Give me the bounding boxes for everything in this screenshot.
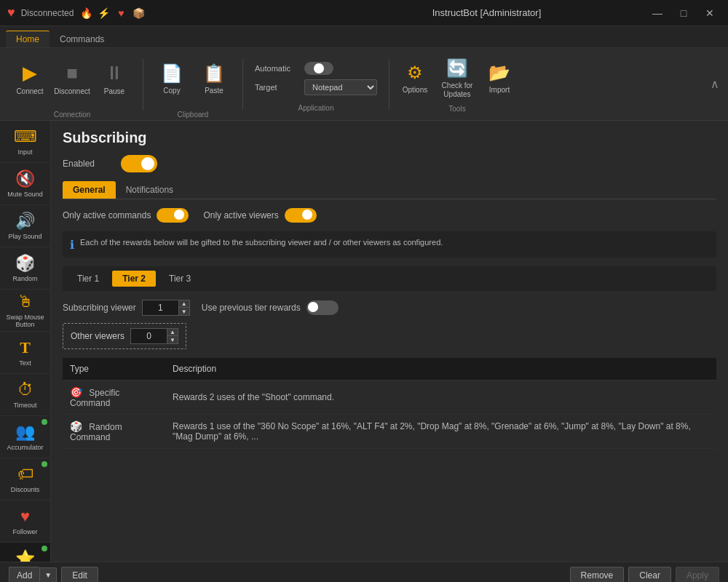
subscribing-viewer-field: Subscribing viewer ▲ ▼ (63, 300, 190, 316)
titlebar-icons: 🔥 ⚡ ♥ 📦 (79, 7, 145, 20)
tab-tier2[interactable]: Tier 2 (112, 271, 156, 287)
table-row[interactable]: 🎲 Random Command Rewards 1 use of the "3… (63, 415, 716, 449)
sidebar-item-follower[interactable]: ♥ Follower (0, 501, 50, 543)
tab-commands[interactable]: Commands (50, 31, 114, 47)
subscribing-viewer-label: Subscribing viewer (63, 303, 136, 313)
tools-buttons: ⚙ Options 🔄 Check for Updates 📂 Import (395, 55, 519, 102)
disconnect-button[interactable]: ■ Disconnect (52, 55, 92, 102)
rewards-table-header: Type Description (63, 358, 716, 380)
rewards-table: Type Description 🎯 Specific Command Rewa… (63, 358, 716, 449)
pause-label: Pause (104, 87, 124, 95)
accumulator-badge (41, 419, 47, 425)
options-row: Only active commands Only active viewers (63, 208, 716, 223)
pause-icon: ⏸ (105, 62, 124, 84)
tab-general[interactable]: General (63, 181, 116, 199)
paste-icon: 📋 (203, 63, 225, 84)
other-viewers-input[interactable] (130, 328, 167, 344)
remove-button[interactable]: Remove (570, 567, 625, 583)
sidebar-item-input[interactable]: ⌨ Input (0, 121, 50, 163)
automatic-toggle[interactable] (304, 62, 333, 75)
toolbar-application-group: Automatic Target Notepad WordPad Other A… (249, 56, 383, 112)
edit-button[interactable]: Edit (61, 567, 98, 583)
import-button[interactable]: 📂 Import (480, 55, 519, 102)
paste-button[interactable]: 📋 Paste (194, 55, 234, 102)
accumulator-icon: 👥 (15, 423, 35, 442)
text-icon: T (20, 338, 31, 357)
use-previous-tier-field: Use previous tier rewards (202, 300, 339, 315)
check-updates-button[interactable]: 🔄 Check for Updates (438, 55, 477, 102)
copy-button[interactable]: 📄 Copy (152, 55, 191, 102)
tab-home[interactable]: Home (6, 31, 50, 47)
connect-button[interactable]: ▶ Connect (10, 55, 50, 102)
sidebar-play-label: Play Sound (8, 233, 41, 240)
tab-tier3[interactable]: Tier 3 (159, 271, 201, 287)
clipboard-group-title: Clipboard (178, 108, 209, 119)
toolbar-connection-group: ▶ Connect ■ Disconnect ⏸ Pause Connectio… (7, 49, 137, 119)
sidebar-item-accumulator[interactable]: 👥 Accumulator (0, 416, 50, 458)
maximize-button[interactable]: □ (673, 4, 695, 22)
automatic-row: Automatic (255, 62, 377, 75)
sidebar-item-mute-sound[interactable]: 🔇 Mute Sound (0, 163, 50, 205)
page-title: Subscribing (63, 129, 716, 146)
subscribing-viewer-spinners: ▲ ▼ (178, 300, 190, 316)
toolbar-tools-group: ⚙ Options 🔄 Check for Updates 📂 Import T… (395, 55, 519, 113)
toolbar-divider-2 (242, 59, 243, 110)
sidebar-follower-label: Follower (12, 528, 37, 535)
random-command-type-cell: 🎲 Random Command (63, 415, 165, 449)
subscribing-viewer-input[interactable] (142, 300, 178, 316)
sidebar-item-random[interactable]: 🎲 Random (0, 247, 50, 290)
clear-button[interactable]: Clear (628, 567, 671, 583)
close-button[interactable]: ✕ (699, 4, 721, 22)
options-button[interactable]: ⚙ Options (395, 55, 435, 102)
only-active-commands-toggle[interactable] (157, 208, 189, 223)
other-viewers-down[interactable]: ▼ (167, 336, 178, 344)
subscribing-viewer-down[interactable]: ▼ (178, 308, 190, 316)
application-group-title: Application (298, 101, 334, 112)
only-active-viewers-toggle[interactable] (285, 208, 317, 223)
mouse-icon: 🖱 (17, 292, 33, 311)
other-viewers-label: Other viewers (71, 331, 124, 341)
info-text: Each of the rewards below will be gifted… (80, 237, 443, 248)
subscribing-viewer-up[interactable]: ▲ (178, 300, 190, 308)
info-icon: ℹ (70, 238, 74, 252)
sidebar-item-subscriber[interactable]: ⭐ Subscriber (0, 543, 50, 562)
add-button-split: Add ▼ (9, 567, 57, 583)
tab-tier1[interactable]: Tier 1 (67, 271, 109, 287)
options-label: Options (403, 86, 427, 95)
toolbar-collapse-button[interactable]: ∧ (709, 48, 721, 120)
stop-icon: ■ (66, 62, 78, 84)
sidebar-item-swap-mouse[interactable]: 🖱 Swap Mouse Button (0, 290, 50, 332)
mute-icon: 🔇 (15, 170, 35, 188)
apply-button[interactable]: Apply (676, 567, 719, 583)
add-button[interactable]: Add (9, 567, 39, 583)
description-column-header: Description (165, 358, 716, 380)
refresh-icon: 🔄 (446, 58, 468, 79)
random-command-icon: 🎲 (70, 420, 82, 432)
enabled-toggle[interactable] (121, 155, 157, 172)
sidebar-mute-label: Mute Sound (7, 191, 43, 198)
only-active-commands-option: Only active commands (63, 208, 189, 223)
table-row[interactable]: 🎯 Specific Command Rewards 2 uses of the… (63, 380, 716, 415)
other-viewers-spinbox: ▲ ▼ (130, 328, 178, 344)
add-dropdown-button[interactable]: ▼ (39, 567, 57, 582)
tab-notifications[interactable]: Notifications (116, 181, 183, 199)
target-select[interactable]: Notepad WordPad Other (304, 79, 377, 95)
check-updates-label: Check for Updates (442, 81, 473, 99)
sidebar-item-text[interactable]: T Text (0, 332, 50, 374)
toolbar-application-controls: Automatic Target Notepad WordPad Other (249, 56, 383, 101)
toolbar: ▶ Connect ■ Disconnect ⏸ Pause Connectio… (0, 48, 728, 121)
random-command-description: Rewards 1 use of the "360 No Scope" at 1… (165, 415, 716, 449)
use-previous-tier-label: Use previous tier rewards (202, 303, 301, 313)
toolbar-divider-1 (143, 59, 143, 110)
sidebar-item-play-sound[interactable]: 🔊 Play Sound (0, 205, 50, 247)
rewards-header-row: Type Description (63, 358, 716, 380)
info-box: ℹ Each of the rewards below will be gift… (63, 231, 716, 258)
play-icon: ▶ (23, 62, 37, 84)
sidebar-item-discounts[interactable]: 🏷 Discounts (0, 458, 50, 501)
pause-button[interactable]: ⏸ Pause (95, 55, 134, 102)
paste-label: Paste (205, 87, 223, 95)
sidebar-item-timeout[interactable]: ⏱ Timeout (0, 374, 50, 416)
other-viewers-up[interactable]: ▲ (167, 328, 178, 336)
use-previous-tier-toggle[interactable] (306, 300, 339, 315)
minimize-button[interactable]: — (646, 4, 668, 22)
